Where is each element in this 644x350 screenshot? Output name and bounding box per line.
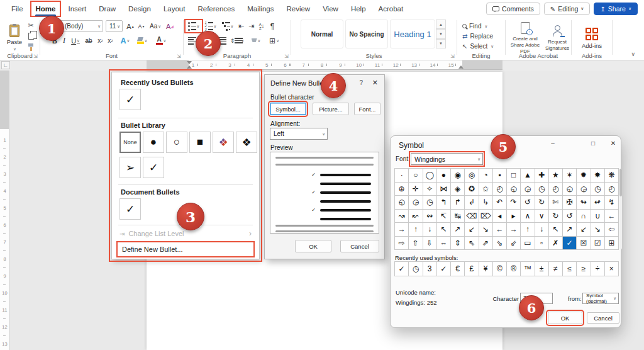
symbol-cell[interactable]: ❋ — [605, 169, 619, 183]
symbol-cell[interactable]: ↗ — [563, 223, 577, 237]
symbol-cell[interactable]: ↗ — [451, 223, 465, 237]
symbol-cell[interactable]: ⇨ — [395, 237, 409, 251]
bullets-button[interactable]: ∨ — [186, 21, 201, 31]
symbol-cell[interactable]: ✧ — [423, 183, 437, 196]
symbol-cell[interactable]: ◈ — [451, 183, 465, 196]
replace-button[interactable]: ⇄Replace — [462, 31, 493, 41]
superscript-button[interactable]: x2 — [106, 35, 115, 46]
symbol-cell[interactable]: □ — [507, 169, 521, 183]
shrink-font-button[interactable]: A▼ — [136, 21, 147, 31]
symbol-cell[interactable]: ∧ — [521, 210, 535, 223]
recent-symbol-cell[interactable]: 3 — [423, 262, 437, 276]
symbol-cell[interactable]: ↑ — [521, 223, 535, 237]
ok-button[interactable]: OK — [295, 240, 331, 252]
tab-review[interactable]: Review — [280, 0, 316, 18]
symbol-cell[interactable]: ↷ — [507, 196, 521, 210]
cancel-button[interactable]: Cancel — [340, 240, 379, 252]
symbol-cell[interactable]: ⇘ — [493, 237, 507, 251]
bullet-tile[interactable]: ✓ — [143, 157, 164, 178]
symbol-cell[interactable]: ⋈ — [437, 183, 451, 196]
close-icon[interactable]: ✕ — [372, 79, 378, 87]
symbol-cell[interactable]: ★ — [549, 169, 563, 183]
symbol-cell[interactable]: ⇕ — [451, 237, 465, 251]
symbol-cell[interactable]: ☑ — [591, 237, 605, 251]
recent-symbol-cell[interactable]: ≥ — [577, 262, 591, 276]
symbol-cell[interactable]: ✶ — [563, 169, 577, 183]
bullet-tile[interactable]: ■ — [189, 132, 211, 153]
symbol-cell[interactable]: ▫ — [535, 237, 549, 251]
symbol-cell[interactable]: ◂ — [493, 210, 507, 223]
symbol-cell[interactable]: ↸ — [437, 210, 451, 223]
symbol-cell[interactable]: ◴ — [493, 183, 507, 196]
symbol-cell[interactable]: ◵ — [395, 196, 409, 210]
right-indent-marker[interactable] — [458, 63, 464, 69]
bullet-tile-none[interactable]: None — [119, 132, 141, 153]
styles-scroll-down-icon[interactable]: ▼ — [436, 29, 446, 38]
symbol-cell[interactable]: · — [395, 169, 409, 183]
line-spacing-button[interactable]: ⇕∨ — [229, 35, 245, 46]
symbol-cell[interactable]: ◶ — [521, 183, 535, 196]
numbering-button[interactable]: 123 ∨ — [203, 21, 218, 31]
show-hide-paragraph-button[interactable]: ¶ — [268, 21, 277, 31]
symbol-cell[interactable]: ↖ — [549, 223, 563, 237]
from-select[interactable]: Symbol (decimal)∨ — [582, 293, 619, 304]
subscript-button[interactable]: x2 — [96, 35, 105, 46]
symbol-cell[interactable]: → — [507, 223, 521, 237]
symbol-cell[interactable]: ● — [437, 169, 451, 183]
hanging-indent-marker[interactable] — [187, 63, 192, 69]
editing-mode-button[interactable]: ✎ Editing ∨ — [544, 3, 591, 15]
symbol-cell[interactable]: ↯ — [605, 196, 619, 210]
tab-home[interactable]: Home — [30, 0, 62, 18]
symbol-cell[interactable]: ✹ — [577, 169, 591, 183]
symbol-cell[interactable]: ✠ — [563, 196, 577, 210]
symbol-cell[interactable]: ✸ — [591, 169, 605, 183]
tab-mailings[interactable]: Mailings — [241, 0, 280, 18]
symbol-cell[interactable]: ⇗ — [479, 237, 493, 251]
bullet-tile[interactable]: ❖ — [236, 132, 257, 153]
symbol-cell[interactable]: ◎ — [465, 169, 479, 183]
symbol-grid-scrollbar[interactable] — [619, 169, 622, 249]
recent-symbol-cell[interactable]: × — [605, 262, 619, 276]
alignment-select[interactable]: Left∨ — [270, 128, 328, 140]
symbol-cell[interactable]: → — [395, 223, 409, 237]
bullet-tile[interactable]: ✓ — [119, 89, 141, 110]
symbol-cell[interactable]: ↻ — [549, 210, 563, 223]
recent-symbol-cell[interactable]: ≠ — [549, 262, 563, 276]
symbol-cell[interactable]: ↱ — [451, 196, 465, 210]
find-button[interactable]: Find∨ — [462, 21, 487, 31]
symbol-cell[interactable]: ← — [605, 210, 619, 223]
styles-dialog-launcher-icon[interactable]: ⇲ — [450, 54, 455, 59]
symbol-cell[interactable]: ▲ — [521, 169, 535, 183]
change-case-button[interactable]: Aa∨ — [148, 21, 162, 31]
font-color-button[interactable]: A∨ — [153, 35, 169, 46]
italic-button[interactable]: I — [60, 35, 68, 46]
symbol-cell[interactable]: ↻ — [535, 196, 549, 210]
clear-formatting-button[interactable]: A◢ — [164, 21, 175, 31]
recent-symbol-cell[interactable]: ¥ — [479, 262, 493, 276]
recent-symbol-cell[interactable]: ÷ — [591, 262, 605, 276]
cancel-button[interactable]: Cancel — [587, 312, 619, 324]
tab-selector[interactable]: ∟ — [1, 61, 10, 69]
font-size-combo[interactable]: 11∨ — [106, 20, 123, 32]
tab-layout[interactable]: Layout — [157, 0, 192, 18]
tab-design[interactable]: Design — [122, 0, 157, 18]
symbol-cell[interactable]: ⇦ — [605, 223, 619, 237]
tab-help[interactable]: Help — [345, 0, 372, 18]
text-effects-button[interactable]: A∨ — [118, 35, 132, 46]
symbol-cell[interactable]: ⇧ — [409, 237, 423, 251]
recent-symbol-cell[interactable]: ✓ — [395, 262, 409, 276]
symbol-cell[interactable]: ⊕ — [395, 183, 409, 196]
vertical-ruler[interactable]: 12345678910111213 — [0, 71, 9, 350]
symbol-button[interactable]: Symbol... — [270, 103, 306, 115]
collapse-ribbon-icon[interactable]: ∨ — [631, 51, 635, 57]
tab-insert[interactable]: Insert — [62, 0, 92, 18]
symbol-cell[interactable]: ✩ — [479, 183, 493, 196]
strikethrough-button[interactable]: ab — [83, 35, 94, 46]
highlight-button[interactable]: ∨ — [135, 35, 150, 46]
bullet-tile[interactable]: ○ — [166, 132, 187, 153]
bullet-tile[interactable]: ❖ — [213, 132, 234, 153]
symbol-cell[interactable]: ∩ — [577, 210, 591, 223]
symbol-cell[interactable]: ✪ — [465, 183, 479, 196]
help-button[interactable]: ? — [359, 79, 363, 86]
symbol-cell[interactable]: ⇖ — [465, 237, 479, 251]
